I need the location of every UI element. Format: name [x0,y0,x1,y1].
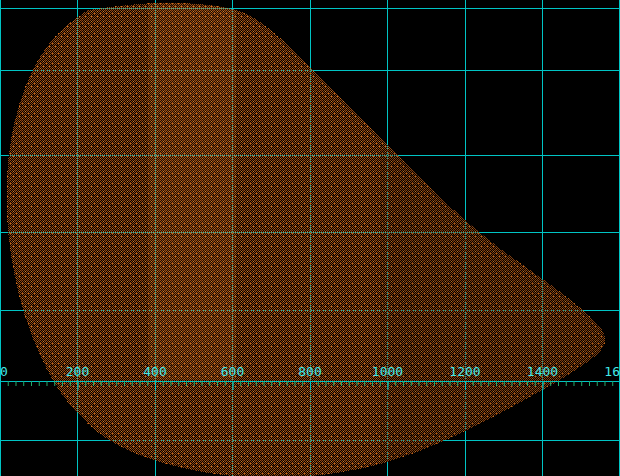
x-tick-label: 0 [0,364,8,379]
x-tick-label: 1400 [527,364,558,379]
x-axis-major-ticks [0,381,620,391]
x-tick-label: 1000 [372,364,403,379]
light-band [148,0,236,380]
x-tick-label: 1200 [449,364,480,379]
x-tick-label: 200 [66,364,89,379]
x-tick-label: 1600 [604,364,620,379]
plot-area: 0 200 400 600 800 1000 1200 1400 1600 [0,0,620,476]
x-tick-label: 400 [143,364,166,379]
x-axis [0,381,620,391]
plot-canvas [0,0,620,476]
x-tick-label: 800 [298,364,321,379]
x-tick-label: 600 [221,364,244,379]
